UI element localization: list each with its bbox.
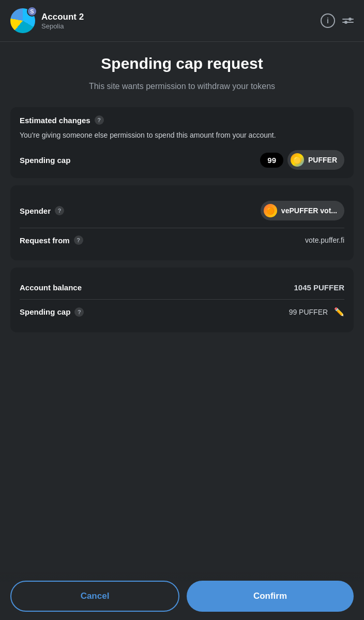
- spending-cap-row: Spending cap 99 🟡 PUFFER: [20, 150, 344, 170]
- account-name: Account 2: [41, 12, 321, 22]
- estimated-description: You're giving someone else permission to…: [20, 130, 344, 141]
- request-from-label-text: Request from: [20, 236, 70, 245]
- estimated-changes-card: Estimated changes ? You're giving someon…: [10, 107, 354, 178]
- header-icons: i: [321, 13, 354, 28]
- cap-number: 99: [260, 153, 283, 168]
- spender-icon: 🟠: [264, 204, 277, 217]
- token-pill: 🟡 PUFFER: [287, 150, 344, 170]
- estimated-help-icon[interactable]: ?: [95, 115, 104, 125]
- bottom-bar: Cancel Confirm: [0, 572, 364, 620]
- balance-label: Account balance: [20, 283, 82, 292]
- edit-icon[interactable]: ✏️: [334, 307, 344, 317]
- request-from-row: Request from ? vote.puffer.fi: [20, 228, 344, 252]
- spender-card: Spender ? 🟠 vePUFFER vot... Request from…: [10, 185, 354, 260]
- balance-spending-cap-help-icon[interactable]: ?: [74, 307, 84, 317]
- spender-name: vePUFFER vot...: [281, 206, 337, 215]
- spender-label: Spender ?: [20, 206, 64, 215]
- balance-spending-cap-row: Spending cap ? 99 PUFFER ✏️: [20, 300, 344, 324]
- balance-value: 1045 PUFFER: [294, 283, 344, 292]
- avatar-badge: S: [27, 6, 37, 17]
- request-from-label: Request from ?: [20, 235, 83, 245]
- spender-pill[interactable]: 🟠 vePUFFER vot...: [261, 201, 344, 220]
- spender-help-icon[interactable]: ?: [55, 206, 64, 215]
- balance-spending-cap-value-text: 99 PUFFER: [289, 308, 328, 316]
- main-content: Spending cap request This site wants per…: [0, 42, 364, 402]
- slider-line-1: [342, 19, 354, 20]
- balance-spending-cap-label: Spending cap ?: [20, 307, 84, 317]
- request-from-value: vote.puffer.fi: [305, 236, 344, 244]
- estimated-label: Estimated changes ?: [20, 115, 344, 125]
- confirm-button[interactable]: Confirm: [187, 581, 354, 612]
- balance-spending-cap-value: 99 PUFFER ✏️: [289, 307, 344, 317]
- spender-row: Spender ? 🟠 vePUFFER vot...: [20, 194, 344, 228]
- balance-card: Account balance 1045 PUFFER Spending cap…: [10, 268, 354, 332]
- account-network: Sepolia: [41, 22, 321, 30]
- page-subtitle: This site wants permission to withdraw y…: [10, 80, 354, 93]
- request-from-help-icon[interactable]: ?: [74, 235, 83, 245]
- header: S Account 2 Sepolia i: [0, 0, 364, 42]
- info-icon[interactable]: i: [321, 13, 335, 28]
- estimated-label-text: Estimated changes: [20, 116, 90, 125]
- spender-label-text: Spender: [20, 206, 51, 215]
- cancel-button[interactable]: Cancel: [10, 581, 179, 612]
- page-title: Spending cap request: [10, 54, 354, 73]
- account-info: Account 2 Sepolia: [41, 12, 321, 30]
- spending-cap-label: Spending cap: [20, 156, 70, 165]
- avatar: S: [10, 8, 35, 33]
- spending-cap-value: 99 🟡 PUFFER: [260, 150, 344, 170]
- sliders-icon[interactable]: [342, 19, 354, 23]
- token-name: PUFFER: [308, 156, 337, 164]
- token-icon: 🟡: [291, 153, 304, 167]
- balance-spending-cap-label-text: Spending cap: [20, 307, 70, 316]
- balance-row: Account balance 1045 PUFFER: [20, 276, 344, 300]
- slider-line-2: [342, 22, 354, 23]
